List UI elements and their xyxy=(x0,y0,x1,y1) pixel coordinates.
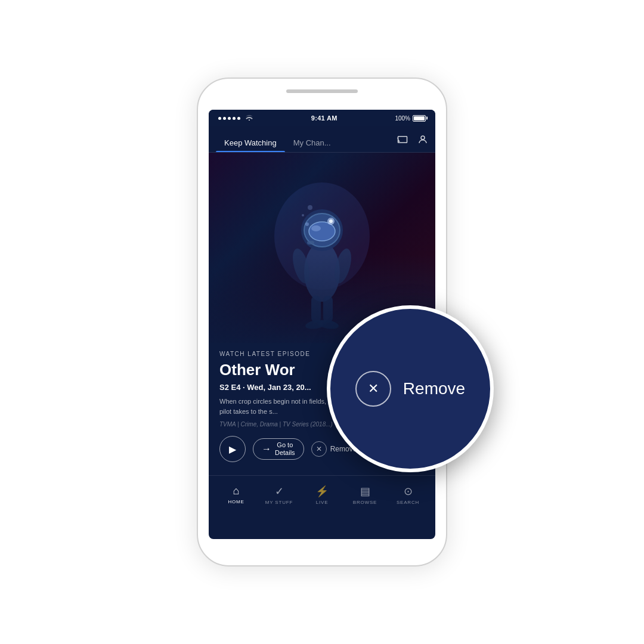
search-label: SEARCH xyxy=(397,500,419,505)
my-stuff-label: MY STUFF xyxy=(265,500,293,505)
cast-icon[interactable] xyxy=(397,135,408,146)
svg-point-7 xyxy=(311,225,321,231)
goto-details-button[interactable]: → Go to Details xyxy=(253,438,304,460)
nav-my-stuff[interactable]: ✓ MY STUFF xyxy=(263,485,295,505)
home-icon: ⌂ xyxy=(233,485,240,497)
nav-tabs: Keep Watching My Chan... xyxy=(209,126,435,153)
svg-point-18 xyxy=(302,214,304,216)
tab-my-channels[interactable]: My Chan... xyxy=(285,134,339,152)
goto-label: Go to Details xyxy=(275,441,295,457)
my-stuff-icon: ✓ xyxy=(275,485,284,498)
bottom-nav: ⌂ HOME ✓ MY STUFF ⚡ LIVE ▤ BROWSE ⊙ SEAR… xyxy=(209,475,435,513)
tab-icons xyxy=(397,134,428,152)
profile-icon[interactable] xyxy=(417,134,428,147)
svg-point-9 xyxy=(329,219,333,223)
status-left xyxy=(218,114,253,122)
tab-keep-watching[interactable]: Keep Watching xyxy=(216,134,285,152)
search-icon: ⊙ xyxy=(404,485,413,498)
status-right: 100% xyxy=(395,115,426,122)
live-label: LIVE xyxy=(316,500,329,505)
svg-point-19 xyxy=(308,205,312,210)
battery-icon xyxy=(413,115,426,122)
remove-x-icon-small: ✕ xyxy=(311,441,327,457)
remove-text-large: Remove xyxy=(403,379,465,398)
browse-label: BROWSE xyxy=(353,500,377,505)
nav-home[interactable]: ⌂ HOME xyxy=(220,485,252,504)
browse-icon: ▤ xyxy=(360,485,370,498)
phone-frame: 9:41 AM 100% Keep Watching My Chan... xyxy=(197,78,447,566)
remove-x-icon: ✕ xyxy=(368,381,379,397)
svg-rect-10 xyxy=(307,241,314,244)
live-icon: ⚡ xyxy=(315,485,329,498)
remove-overlay[interactable]: ✕ Remove xyxy=(327,305,494,472)
svg-point-1 xyxy=(421,136,425,140)
nav-browse[interactable]: ▤ BROWSE xyxy=(349,485,381,505)
wifi-icon xyxy=(245,114,253,122)
signal-indicator xyxy=(218,117,240,120)
svg-point-17 xyxy=(305,222,309,226)
status-bar: 9:41 AM 100% xyxy=(209,110,435,126)
nav-search[interactable]: ⊙ SEARCH xyxy=(392,485,424,505)
play-button[interactable]: ▶ xyxy=(219,436,246,462)
battery-percent: 100% xyxy=(395,115,410,122)
status-time: 9:41 AM xyxy=(311,114,338,122)
remove-x-circle: ✕ xyxy=(355,371,391,407)
home-label: HOME xyxy=(228,499,244,504)
nav-live[interactable]: ⚡ LIVE xyxy=(306,485,338,505)
